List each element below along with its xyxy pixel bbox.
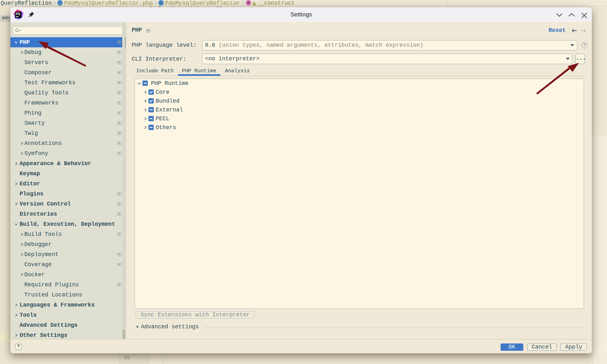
svg-text:PS: PS (16, 12, 20, 16)
